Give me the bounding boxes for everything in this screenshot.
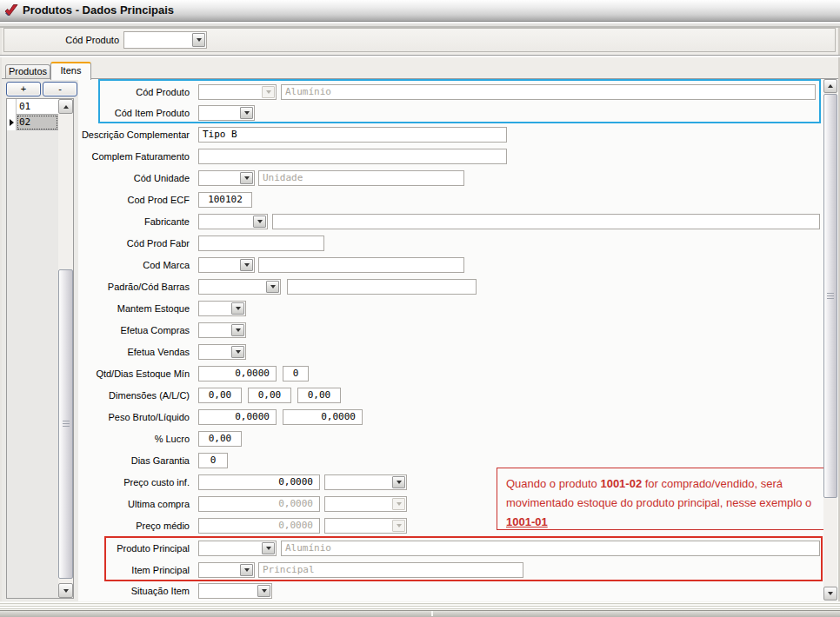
note-principal-code: 1001-01 — [506, 515, 548, 528]
produto-principal-desc-input[interactable]: Alumínio — [281, 541, 820, 556]
label-cod-produto: Cód Produto — [80, 84, 190, 100]
label-cod-item-produto: Cód Item Produto — [80, 105, 190, 121]
label-complem-faturamento: Complem Faturamento — [80, 149, 190, 164]
app-window: Produtos - Dados Principais Cód Produto … — [0, 0, 840, 617]
label-fabricante: Fabricante — [80, 214, 190, 229]
fabricante-desc-input[interactable] — [272, 214, 820, 229]
produto-principal-select[interactable]: 1001 — [198, 541, 277, 556]
situacao-item-select[interactable]: A-Ativo — [198, 583, 272, 599]
chevron-down-icon[interactable] — [253, 216, 266, 228]
tab-itens[interactable]: Itens — [50, 62, 91, 80]
tab-produtos[interactable]: Produtos — [5, 64, 50, 79]
chevron-down-icon[interactable] — [392, 498, 405, 510]
cod-barras-input[interactable] — [287, 279, 477, 295]
list-item[interactable]: 01 — [7, 99, 58, 115]
label-situacao-item: Situação Item — [80, 583, 190, 599]
efetua-vendas-select[interactable]: S-Sim — [198, 344, 246, 360]
cod-produto-toolbar-label: Cód Produto — [35, 28, 119, 52]
label-qtd-dias-estoque-min: Qtd/Dias Estoque Mín — [80, 366, 190, 381]
bottom-bar-divider — [431, 611, 433, 616]
label-dias-garantia: Dias Garantia — [80, 453, 190, 468]
cod-produto-toolbar-select[interactable]: 1001 — [123, 31, 207, 49]
cod-prod-fabr-input[interactable] — [198, 236, 324, 251]
chevron-down-icon[interactable] — [240, 564, 253, 576]
preco-medio-input[interactable]: 0,0000 — [198, 518, 320, 534]
dias-garantia-input[interactable]: 0 — [198, 453, 228, 468]
descricao-complementar-input[interactable]: Tipo B — [198, 127, 507, 143]
scroll-down-icon[interactable] — [58, 583, 73, 598]
scroll-down-icon[interactable] — [823, 587, 837, 600]
chevron-down-icon[interactable] — [262, 542, 275, 554]
label-produto-principal: Produto Principal — [80, 541, 190, 556]
chevron-down-icon[interactable] — [392, 476, 405, 488]
row-marker — [7, 99, 17, 115]
chevron-down-icon[interactable] — [240, 107, 253, 119]
label-cod-unidade: Cód Unidade — [80, 170, 190, 186]
app-icon — [4, 3, 18, 17]
label-cod-prod-fabr: Cód Prod Fabr — [80, 236, 190, 251]
label-cod-prod-ecf: Cod Prod ECF — [80, 192, 190, 208]
label-lucro: % Lucro — [80, 431, 190, 447]
chevron-down-icon[interactable] — [240, 259, 253, 271]
efetua-compras-select[interactable]: S-Sim — [198, 322, 246, 338]
dimensao-comprimento-input[interactable]: 0,00 — [297, 388, 341, 403]
row-marker — [7, 115, 17, 130]
scroll-grip-icon — [827, 293, 834, 300]
cod-marca-select[interactable] — [198, 257, 255, 273]
annotation-note: Quando o produto 1001-02 for comprado/ve… — [497, 468, 824, 530]
toolbar-separator — [0, 55, 840, 57]
padrao-cod-barras-select[interactable]: EAN13 — [198, 279, 281, 295]
form-scrollbar-thumb[interactable] — [823, 94, 837, 498]
remove-item-button[interactable]: - — [43, 82, 77, 96]
complem-faturamento-input[interactable] — [198, 149, 507, 164]
add-item-button[interactable]: + — [6, 82, 41, 96]
lucro-input[interactable]: 0,00 — [198, 431, 242, 447]
preco-custo-inf-date-select[interactable]: 30/04/2014 — [324, 474, 407, 490]
peso-bruto-input[interactable]: 0,0000 — [198, 409, 277, 425]
label-ultima-compra: Ultima compra — [80, 496, 190, 512]
dias-estoque-min-input[interactable]: 0 — [283, 366, 309, 381]
note-product-code: 1001-02 — [600, 477, 642, 490]
label-efetua-compras: Efetua Compras — [80, 322, 190, 338]
chevron-down-icon[interactable] — [192, 33, 205, 47]
scroll-up-icon[interactable] — [58, 99, 73, 114]
cod-marca-desc-input[interactable] — [258, 257, 464, 273]
label-cod-marca: Cod Marca — [80, 257, 190, 273]
item-principal-desc-input[interactable]: Principal — [258, 562, 523, 578]
label-mantem-estoque: Mantem Estoque — [80, 301, 190, 316]
label-item-principal: Item Principal — [80, 562, 190, 578]
dimensao-largura-input[interactable]: 0,00 — [248, 388, 291, 403]
fabricante-select[interactable] — [198, 214, 268, 229]
list-scrollbar-thumb[interactable] — [58, 269, 73, 579]
mantem-estoque-select[interactable]: S-Sim — [198, 301, 246, 316]
chevron-down-icon[interactable] — [231, 302, 244, 315]
ultima-compra-date-select[interactable] — [324, 496, 407, 512]
cod-produto-desc-input[interactable]: Alumínio — [281, 84, 816, 100]
item-principal-select[interactable]: 01 — [198, 562, 255, 578]
chevron-down-icon[interactable] — [266, 281, 279, 293]
chevron-down-icon[interactable] — [262, 86, 275, 98]
preco-custo-inf-input[interactable]: 0,0000 — [198, 474, 320, 490]
panel-border — [2, 78, 838, 79]
preco-medio-date-select[interactable] — [324, 518, 407, 534]
ultima-compra-input[interactable]: 0,0000 — [198, 496, 320, 512]
cod-produto-select[interactable]: 1001 — [198, 84, 277, 100]
chevron-down-icon[interactable] — [231, 324, 244, 336]
list-item-selected[interactable]: 02 — [7, 115, 58, 130]
chevron-down-icon[interactable] — [231, 346, 244, 358]
label-descricao-complementar: Descrição Complementar — [80, 127, 190, 143]
cod-unidade-desc-input[interactable]: Unidade — [258, 170, 464, 186]
chevron-down-icon[interactable] — [392, 520, 405, 532]
scroll-up-icon[interactable] — [823, 79, 837, 93]
qtd-estoque-min-input[interactable]: 0,0000 — [198, 366, 277, 381]
cod-item-produto-select[interactable]: 02 — [198, 105, 255, 121]
dimensao-altura-input[interactable]: 0,00 — [198, 388, 242, 403]
chevron-down-icon[interactable] — [240, 172, 253, 184]
chevron-down-icon[interactable] — [257, 585, 270, 597]
cod-unidade-select[interactable]: UN — [198, 170, 255, 186]
current-row-pointer-icon — [10, 119, 14, 126]
peso-liquido-input[interactable]: 0,0000 — [283, 409, 363, 425]
cod-prod-ecf-input[interactable]: 100102 — [198, 192, 252, 208]
label-peso: Peso Bruto/Líquido — [80, 409, 190, 425]
label-preco-medio: Preço médio — [80, 518, 190, 534]
